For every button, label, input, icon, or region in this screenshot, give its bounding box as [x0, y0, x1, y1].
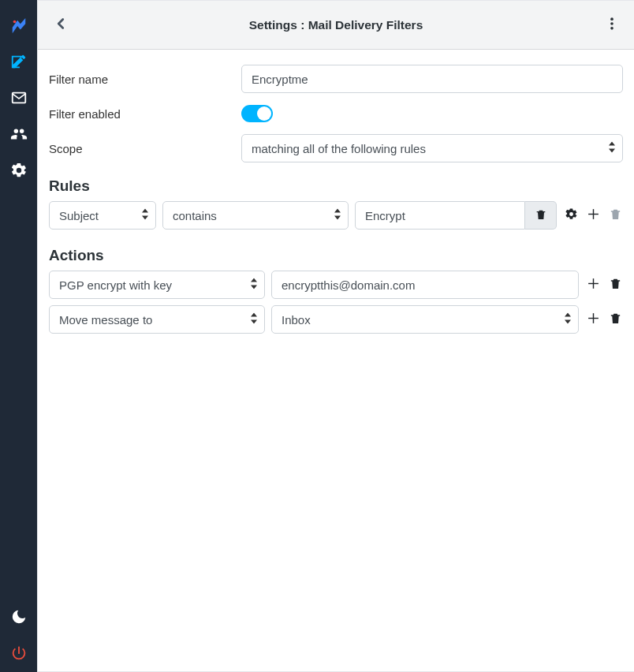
filter-name-label: Filter name: [49, 73, 241, 86]
page-title: Settings : Mail Delivery Filters: [38, 18, 634, 32]
more-vertical-icon: [604, 21, 620, 34]
contacts-icon: [10, 125, 28, 145]
sidebar-settings[interactable]: [0, 153, 37, 189]
svg-point-2: [610, 22, 613, 25]
compose-icon: [10, 53, 28, 73]
rule-add-button[interactable]: [585, 207, 601, 223]
filter-enabled-label: Filter enabled: [49, 107, 241, 121]
rule-settings-button[interactable]: [563, 207, 579, 223]
rules-section-title: Rules: [49, 177, 623, 195]
more-menu-button[interactable]: [604, 16, 620, 34]
action-type-select[interactable]: PGP encrypt with key: [49, 271, 265, 299]
trash-icon: [609, 277, 622, 293]
sidebar-contacts[interactable]: [0, 117, 37, 153]
action-param-select[interactable]: Inbox: [271, 305, 579, 334]
scope-label: Scope: [49, 142, 241, 155]
filter-name-row: Filter name: [49, 62, 623, 95]
action-type-select[interactable]: Move message to: [49, 305, 265, 334]
action-row: PGP encrypt with key: [49, 271, 623, 299]
rule-field-select[interactable]: Subject: [49, 201, 156, 230]
plus-icon: [587, 207, 600, 223]
chevron-left-icon: [52, 15, 69, 35]
svg-point-3: [610, 27, 613, 30]
filter-enabled-toggle[interactable]: [241, 105, 273, 122]
scope-select[interactable]: matching all of the following rules: [241, 134, 623, 162]
back-button[interactable]: [49, 13, 73, 37]
plus-icon: [587, 312, 600, 327]
sidebar-mail[interactable]: [0, 80, 37, 117]
content: Filter name Filter enabled Scope matchin…: [38, 50, 634, 340]
gear-icon: [10, 162, 28, 181]
action-add-button[interactable]: [585, 312, 601, 327]
main-pane: Settings : Mail Delivery Filters Filter …: [37, 0, 634, 672]
action-remove-button[interactable]: [607, 312, 623, 327]
scope-row: Scope matching all of the following rule…: [49, 132, 623, 165]
moon-icon: [10, 608, 28, 628]
action-remove-button[interactable]: [607, 277, 623, 293]
sidebar-logo[interactable]: [0, 8, 37, 44]
app-logo-icon: [9, 16, 29, 36]
trash-icon: [609, 312, 622, 327]
rule-value-input[interactable]: [355, 201, 525, 230]
rule-operator-select[interactable]: contains: [162, 201, 349, 230]
sidebar-dark-mode[interactable]: [0, 599, 37, 636]
gear-icon: [565, 207, 578, 223]
rule-remove-button-disabled: [607, 207, 623, 223]
svg-point-1: [610, 17, 613, 21]
actions-section-title: Actions: [49, 247, 623, 264]
rule-row: Subject contains: [49, 201, 623, 230]
app-sidebar: [0, 0, 37, 672]
filter-name-input[interactable]: [241, 65, 623, 93]
sidebar-logout[interactable]: [0, 636, 37, 672]
action-param-input[interactable]: [271, 271, 579, 299]
topbar: Settings : Mail Delivery Filters: [38, 1, 634, 50]
mail-icon: [10, 89, 28, 109]
trash-icon: [609, 207, 622, 223]
svg-point-0: [13, 21, 16, 24]
sidebar-compose[interactable]: [0, 44, 37, 80]
action-add-button[interactable]: [585, 277, 601, 293]
action-row: Move message to Inbox: [49, 305, 623, 334]
rule-delete-value-button[interactable]: [525, 201, 557, 230]
power-icon: [10, 644, 28, 664]
plus-icon: [587, 277, 600, 293]
filter-enabled-row: Filter enabled: [49, 97, 623, 130]
trash-icon: [535, 208, 547, 223]
